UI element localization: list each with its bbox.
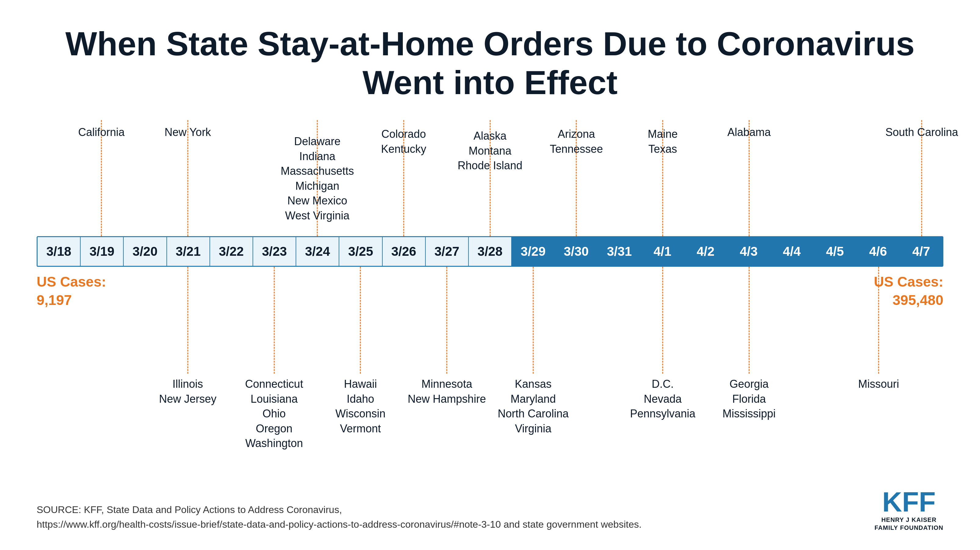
- annotation-line-above-6: [317, 120, 318, 236]
- annotation-line-above-16: [749, 120, 749, 236]
- date-cell-4-5: 4/5: [814, 237, 857, 266]
- annotation-text-above-10: AlaskaMontanaRhode Island: [458, 129, 522, 173]
- page-title: When State Stay-at-Home Orders Due to Co…: [65, 24, 915, 102]
- date-cell-3-19: 3/19: [81, 237, 124, 266]
- date-cell-4-2: 4/2: [684, 237, 727, 266]
- annotation-text-above-14: MaineTexas: [648, 127, 678, 156]
- annotation-text-above-16: Alabama: [727, 125, 771, 140]
- chart-area: 3/183/193/203/213/223/233/243/253/263/27…: [37, 120, 943, 479]
- annotation-text-below-7: HawaiiIdahoWisconsinVermont: [335, 377, 385, 436]
- annotation-line-above-3: [187, 120, 188, 236]
- date-cell-3-25: 3/25: [339, 237, 382, 266]
- timeline-bar: 3/183/193/203/213/223/233/243/253/263/27…: [37, 236, 943, 267]
- date-cell-3-20: 3/20: [124, 237, 167, 266]
- annotation-line-above-10: [490, 120, 490, 236]
- annotation-line-above-12: [576, 120, 577, 236]
- annotation-text-above-6: DelawareIndianaMassachusettsMichiganNew …: [281, 134, 354, 223]
- date-cell-3-26: 3/26: [383, 237, 426, 266]
- annotation-text-below-9: MinnesotaNew Hampshire: [408, 377, 486, 407]
- date-cell-4-3: 4/3: [727, 237, 770, 266]
- annotation-text-above-20: South Carolina: [885, 125, 958, 140]
- annotation-text-above-8: ColoradoKentucky: [381, 127, 426, 156]
- date-cell-3-24: 3/24: [296, 237, 339, 266]
- annotation-text-below-16: GeorgiaFloridaMississippi: [722, 377, 776, 421]
- title-line2: Went into Effect: [363, 64, 617, 101]
- annotation-text-below-19: Missouri: [858, 377, 899, 392]
- annotation-text-below-3: IllinoisNew Jersey: [159, 377, 216, 407]
- footer: SOURCE: KFF, State Data and Policy Actio…: [37, 479, 943, 532]
- annotation-text-below-5: ConnecticutLouisianaOhioOregonWashington: [245, 377, 303, 451]
- page: When State Stay-at-Home Orders Due to Co…: [0, 0, 980, 550]
- date-cell-4-4: 4/4: [770, 237, 814, 266]
- date-cell-3-22: 3/22: [210, 237, 253, 266]
- annotation-text-above-12: ArizonaTennessee: [550, 127, 603, 156]
- annotation-line-above-14: [662, 120, 663, 236]
- cases-right-label: US Cases:: [874, 274, 943, 290]
- date-cell-3-21: 3/21: [167, 237, 210, 266]
- annotation-text-above-1: California: [78, 125, 125, 140]
- annotation-text-below-14: D.C.NevadaPennsylvania: [630, 377, 695, 421]
- date-cell-4-6: 4/6: [857, 237, 900, 266]
- cases-left-value: 9,197: [37, 292, 72, 308]
- date-cell-3-23: 3/23: [253, 237, 296, 266]
- us-cases-right: US Cases: 395,480: [874, 273, 943, 309]
- us-cases-left: US Cases: 9,197: [37, 273, 106, 309]
- date-cell-4-7: 4/7: [900, 237, 942, 266]
- cases-left-label: US Cases:: [37, 274, 106, 290]
- date-cell-3-18: 3/18: [38, 237, 81, 266]
- kff-logo: KFF HENRY J KAISERFAMILY FOUNDATION: [874, 488, 943, 532]
- annotation-text-below-11: KansasMarylandNorth CarolinaVirginia: [498, 377, 569, 436]
- annotation-line-above-1: [101, 120, 102, 236]
- cases-right-value: 395,480: [892, 292, 943, 308]
- annotation-line-above-20: [921, 120, 922, 236]
- date-cell-4-1: 4/1: [641, 237, 684, 266]
- kff-letters: KFF: [882, 488, 936, 516]
- date-cell-3-29: 3/29: [512, 237, 555, 266]
- date-cell-3-31: 3/31: [598, 237, 641, 266]
- source-text: SOURCE: KFF, State Data and Policy Actio…: [37, 502, 642, 532]
- kff-sub: HENRY J KAISERFAMILY FOUNDATION: [874, 516, 943, 532]
- annotation-line-above-8: [403, 120, 404, 236]
- title-line1: When State Stay-at-Home Orders Due to Co…: [65, 25, 915, 62]
- cases-area: US Cases: 9,197 US Cases: 395,480: [37, 273, 943, 309]
- date-cell-3-27: 3/27: [426, 237, 469, 266]
- date-cell-3-28: 3/28: [469, 237, 512, 266]
- date-cell-3-30: 3/30: [555, 237, 598, 266]
- annotation-text-above-3: New York: [165, 125, 211, 140]
